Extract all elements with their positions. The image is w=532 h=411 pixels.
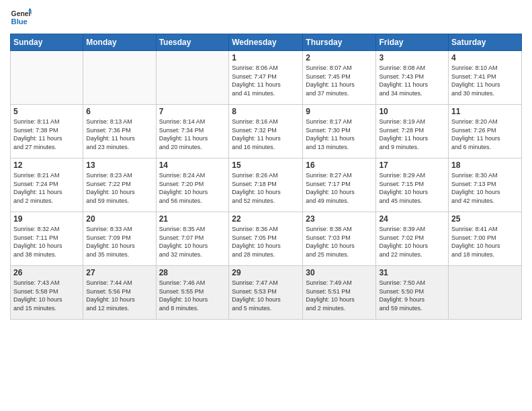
calendar-cell: 29Sunrise: 7:47 AM Sunset: 5:53 PM Dayli… bbox=[229, 266, 303, 320]
calendar-cell: 14Sunrise: 8:24 AM Sunset: 7:20 PM Dayli… bbox=[156, 158, 229, 212]
calendar-cell: 20Sunrise: 8:33 AM Sunset: 7:09 PM Dayli… bbox=[83, 212, 156, 266]
calendar-page: General Blue SundayMondayTuesdayWednesda… bbox=[0, 0, 532, 411]
week-row-3: 19Sunrise: 8:32 AM Sunset: 7:11 PM Dayli… bbox=[11, 212, 522, 266]
day-number: 11 bbox=[451, 107, 519, 116]
calendar-table: SundayMondayTuesdayWednesdayThursdayFrid… bbox=[10, 34, 522, 320]
calendar-cell: 21Sunrise: 8:35 AM Sunset: 7:07 PM Dayli… bbox=[156, 212, 229, 266]
weekday-header-row: SundayMondayTuesdayWednesdayThursdayFrid… bbox=[11, 34, 522, 51]
calendar-cell: 15Sunrise: 8:26 AM Sunset: 7:18 PM Dayli… bbox=[229, 158, 303, 212]
day-number: 13 bbox=[86, 161, 152, 170]
day-number: 14 bbox=[159, 161, 226, 170]
day-number: 22 bbox=[232, 214, 300, 224]
week-row-2: 12Sunrise: 8:21 AM Sunset: 7:24 PM Dayli… bbox=[11, 158, 522, 212]
day-info: Sunrise: 8:30 AM Sunset: 7:13 PM Dayligh… bbox=[451, 171, 519, 205]
calendar-cell: 18Sunrise: 8:30 AM Sunset: 7:13 PM Dayli… bbox=[449, 158, 522, 212]
day-info: Sunrise: 8:24 AM Sunset: 7:20 PM Dayligh… bbox=[159, 171, 226, 205]
day-info: Sunrise: 8:39 AM Sunset: 7:02 PM Dayligh… bbox=[379, 225, 445, 259]
day-number: 29 bbox=[232, 268, 300, 277]
day-number: 24 bbox=[379, 214, 445, 224]
day-number: 16 bbox=[306, 161, 373, 170]
calendar-cell: 5Sunrise: 8:11 AM Sunset: 7:38 PM Daylig… bbox=[11, 105, 83, 158]
svg-text:Blue: Blue bbox=[11, 17, 28, 26]
calendar-cell: 16Sunrise: 8:27 AM Sunset: 7:17 PM Dayli… bbox=[303, 158, 376, 212]
day-number: 9 bbox=[306, 107, 373, 116]
svg-text:General: General bbox=[11, 10, 32, 17]
weekday-header-wednesday: Wednesday bbox=[229, 34, 303, 51]
day-number: 17 bbox=[379, 161, 445, 170]
day-info: Sunrise: 8:23 AM Sunset: 7:22 PM Dayligh… bbox=[86, 171, 152, 205]
weekday-header-thursday: Thursday bbox=[303, 34, 376, 51]
calendar-cell bbox=[83, 51, 156, 105]
svg-marker-2 bbox=[28, 8, 32, 11]
calendar-cell: 7Sunrise: 8:14 AM Sunset: 7:34 PM Daylig… bbox=[156, 105, 229, 158]
day-info: Sunrise: 7:44 AM Sunset: 5:56 PM Dayligh… bbox=[86, 279, 152, 312]
calendar-cell bbox=[156, 51, 229, 105]
calendar-cell: 8Sunrise: 8:16 AM Sunset: 7:32 PM Daylig… bbox=[229, 105, 303, 158]
calendar-cell: 6Sunrise: 8:13 AM Sunset: 7:36 PM Daylig… bbox=[83, 105, 156, 158]
calendar-cell: 26Sunrise: 7:43 AM Sunset: 5:58 PM Dayli… bbox=[11, 266, 83, 320]
day-info: Sunrise: 7:47 AM Sunset: 5:53 PM Dayligh… bbox=[232, 279, 300, 312]
day-info: Sunrise: 8:29 AM Sunset: 7:15 PM Dayligh… bbox=[379, 171, 445, 205]
calendar-cell: 28Sunrise: 7:46 AM Sunset: 5:55 PM Dayli… bbox=[156, 266, 229, 320]
day-info: Sunrise: 7:50 AM Sunset: 5:50 PM Dayligh… bbox=[379, 279, 445, 312]
calendar-cell: 22Sunrise: 8:36 AM Sunset: 7:05 PM Dayli… bbox=[229, 212, 303, 266]
calendar-cell: 30Sunrise: 7:49 AM Sunset: 5:51 PM Dayli… bbox=[303, 266, 376, 320]
day-number: 23 bbox=[306, 214, 373, 224]
day-info: Sunrise: 8:10 AM Sunset: 7:41 PM Dayligh… bbox=[451, 64, 519, 97]
calendar-cell: 10Sunrise: 8:19 AM Sunset: 7:28 PM Dayli… bbox=[376, 105, 449, 158]
day-number: 5 bbox=[13, 107, 80, 116]
calendar-cell: 25Sunrise: 8:41 AM Sunset: 7:00 PM Dayli… bbox=[449, 212, 522, 266]
weekday-header-tuesday: Tuesday bbox=[156, 34, 229, 51]
day-number: 8 bbox=[232, 107, 300, 116]
day-info: Sunrise: 8:32 AM Sunset: 7:11 PM Dayligh… bbox=[13, 225, 80, 259]
day-number: 30 bbox=[306, 268, 373, 277]
day-number: 4 bbox=[451, 53, 519, 62]
calendar-cell: 12Sunrise: 8:21 AM Sunset: 7:24 PM Dayli… bbox=[11, 158, 83, 212]
day-info: Sunrise: 8:17 AM Sunset: 7:30 PM Dayligh… bbox=[306, 118, 373, 151]
day-info: Sunrise: 8:19 AM Sunset: 7:28 PM Dayligh… bbox=[379, 118, 445, 151]
day-number: 31 bbox=[379, 268, 445, 277]
calendar-cell: 19Sunrise: 8:32 AM Sunset: 7:11 PM Dayli… bbox=[11, 212, 83, 266]
calendar-cell: 23Sunrise: 8:38 AM Sunset: 7:03 PM Dayli… bbox=[303, 212, 376, 266]
day-info: Sunrise: 8:27 AM Sunset: 7:17 PM Dayligh… bbox=[306, 171, 373, 205]
day-number: 7 bbox=[159, 107, 226, 116]
day-info: Sunrise: 8:41 AM Sunset: 7:00 PM Dayligh… bbox=[451, 225, 519, 259]
day-info: Sunrise: 8:11 AM Sunset: 7:38 PM Dayligh… bbox=[13, 118, 80, 151]
day-number: 6 bbox=[86, 107, 152, 116]
day-info: Sunrise: 8:38 AM Sunset: 7:03 PM Dayligh… bbox=[306, 225, 373, 259]
day-info: Sunrise: 8:35 AM Sunset: 7:07 PM Dayligh… bbox=[159, 225, 226, 259]
day-info: Sunrise: 8:26 AM Sunset: 7:18 PM Dayligh… bbox=[232, 171, 300, 205]
day-info: Sunrise: 8:20 AM Sunset: 7:26 PM Dayligh… bbox=[451, 118, 519, 151]
day-info: Sunrise: 7:49 AM Sunset: 5:51 PM Dayligh… bbox=[306, 279, 373, 312]
week-row-4: 26Sunrise: 7:43 AM Sunset: 5:58 PM Dayli… bbox=[11, 266, 522, 320]
day-number: 26 bbox=[13, 268, 80, 277]
header: General Blue bbox=[10, 7, 522, 28]
day-info: Sunrise: 8:16 AM Sunset: 7:32 PM Dayligh… bbox=[232, 118, 300, 151]
day-number: 18 bbox=[451, 161, 519, 170]
day-number: 10 bbox=[379, 107, 445, 116]
day-info: Sunrise: 7:46 AM Sunset: 5:55 PM Dayligh… bbox=[159, 279, 226, 312]
day-number: 1 bbox=[232, 53, 300, 62]
weekday-header-sunday: Sunday bbox=[11, 34, 83, 51]
calendar-cell bbox=[11, 51, 83, 105]
day-number: 3 bbox=[379, 53, 445, 62]
day-info: Sunrise: 8:33 AM Sunset: 7:09 PM Dayligh… bbox=[86, 225, 152, 259]
logo-icon: General Blue bbox=[10, 7, 32, 28]
day-info: Sunrise: 8:13 AM Sunset: 7:36 PM Dayligh… bbox=[86, 118, 152, 151]
day-info: Sunrise: 8:08 AM Sunset: 7:43 PM Dayligh… bbox=[379, 64, 445, 97]
calendar-cell bbox=[449, 266, 522, 320]
day-number: 2 bbox=[306, 53, 373, 62]
weekday-header-saturday: Saturday bbox=[449, 34, 522, 51]
weekday-header-friday: Friday bbox=[376, 34, 449, 51]
day-number: 28 bbox=[159, 268, 226, 277]
calendar-cell: 24Sunrise: 8:39 AM Sunset: 7:02 PM Dayli… bbox=[376, 212, 449, 266]
day-info: Sunrise: 8:21 AM Sunset: 7:24 PM Dayligh… bbox=[13, 171, 80, 205]
day-info: Sunrise: 8:36 AM Sunset: 7:05 PM Dayligh… bbox=[232, 225, 300, 259]
calendar-cell: 31Sunrise: 7:50 AM Sunset: 5:50 PM Dayli… bbox=[376, 266, 449, 320]
day-info: Sunrise: 8:07 AM Sunset: 7:45 PM Dayligh… bbox=[306, 64, 373, 97]
calendar-cell: 13Sunrise: 8:23 AM Sunset: 7:22 PM Dayli… bbox=[83, 158, 156, 212]
day-info: Sunrise: 7:43 AM Sunset: 5:58 PM Dayligh… bbox=[13, 279, 80, 312]
calendar-cell: 1Sunrise: 8:06 AM Sunset: 7:47 PM Daylig… bbox=[229, 51, 303, 105]
weekday-header-monday: Monday bbox=[83, 34, 156, 51]
calendar-cell: 9Sunrise: 8:17 AM Sunset: 7:30 PM Daylig… bbox=[303, 105, 376, 158]
